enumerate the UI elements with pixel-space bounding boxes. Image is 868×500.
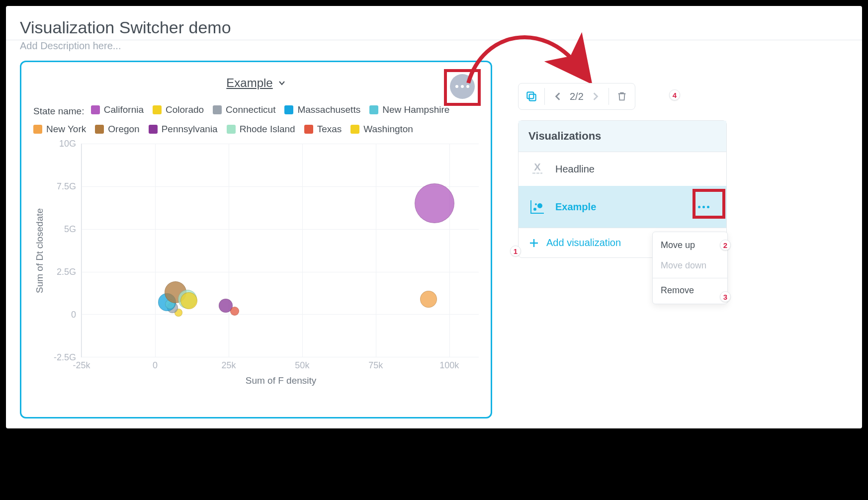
plot-area: -25k025k50k75k100k: [81, 144, 479, 357]
delete-button[interactable]: [614, 88, 630, 104]
more-options-button[interactable]: [450, 74, 475, 99]
svg-rect-0: [527, 92, 533, 98]
legend-item[interactable]: California: [91, 101, 144, 119]
svg-rect-3: [532, 172, 535, 174]
svg-point-6: [533, 208, 536, 211]
bubble-chart-icon: [528, 198, 546, 216]
svg-point-8: [535, 203, 537, 205]
next-button[interactable]: [588, 88, 604, 104]
bubble-point[interactable]: [415, 183, 454, 223]
y-tick: 10G: [59, 139, 76, 149]
chart-title-text: Example: [226, 76, 272, 90]
legend-item[interactable]: Texas: [304, 120, 342, 138]
switcher-toolbar: 2/2: [518, 83, 635, 110]
gridline: [302, 144, 303, 357]
legend-swatch: [91, 105, 100, 114]
callout-3: 3: [720, 291, 731, 302]
gridline: [82, 272, 479, 272]
separator: [544, 88, 545, 105]
y-axis-label: Sum of Dt closedate: [33, 144, 46, 357]
gridline: [82, 314, 479, 315]
svg-rect-4: [536, 172, 539, 174]
legend-swatch: [304, 125, 313, 134]
legend-item[interactable]: Colorado: [153, 101, 204, 119]
x-tick: 100k: [439, 360, 459, 371]
legend-swatch: [350, 125, 359, 134]
chart-title-dropdown[interactable]: Example: [226, 76, 285, 90]
legend-item[interactable]: New York: [33, 120, 86, 138]
menu-move-up[interactable]: Move up: [653, 235, 727, 255]
legend-item[interactable]: Massachusetts: [284, 101, 360, 119]
x-tick: 50k: [295, 360, 309, 371]
prev-button[interactable]: [550, 88, 566, 104]
gridline: [82, 229, 479, 230]
gridline: [449, 144, 450, 357]
description-placeholder[interactable]: Add Description here...: [20, 40, 848, 52]
gridline: [82, 144, 82, 357]
x-tick: 75k: [368, 360, 383, 371]
bubble-point[interactable]: [420, 291, 437, 308]
gridline: [82, 357, 479, 357]
viz-item-example[interactable]: Example: [519, 186, 726, 228]
divider: [6, 40, 862, 40]
bubble-point[interactable]: [230, 307, 239, 316]
legend-item[interactable]: Pennsylvania: [149, 120, 218, 138]
viz-item-label: Headline: [555, 164, 595, 175]
annotation-highlight: [693, 189, 725, 219]
app-frame: Visualization Switcher demo Add Descript…: [6, 6, 862, 428]
legend-swatch: [95, 125, 104, 134]
legend-item[interactable]: Connecticut: [213, 101, 275, 119]
callout-1: 1: [510, 246, 521, 256]
gridline: [82, 186, 479, 187]
callout-2: 2: [720, 240, 731, 250]
legend-item[interactable]: Rhode Island: [227, 120, 295, 138]
chart-header: Example: [33, 76, 479, 90]
callout-4: 4: [669, 89, 680, 100]
y-tick: 2.5G: [57, 267, 76, 277]
gridline: [376, 144, 376, 357]
legend: State name: CaliforniaColoradoConnecticu…: [33, 101, 479, 140]
x-tick: -25k: [73, 360, 90, 371]
legend-swatch: [33, 125, 42, 134]
menu-remove[interactable]: Remove: [653, 280, 727, 301]
y-tick: 0: [71, 310, 76, 320]
headline-icon: X: [528, 160, 546, 178]
bubble-point[interactable]: [180, 292, 197, 309]
page-title: Visualization Switcher demo: [20, 18, 848, 37]
visualizations-panel-header: Visualizations: [519, 121, 726, 152]
svg-point-7: [537, 203, 542, 208]
legend-label: State name:: [33, 106, 84, 116]
legend-item[interactable]: Washington: [350, 120, 413, 138]
svg-text:X: X: [534, 162, 541, 172]
x-tick: 25k: [221, 360, 236, 371]
plus-icon: [528, 238, 539, 249]
separator: [653, 278, 727, 278]
svg-rect-5: [540, 172, 542, 174]
menu-move-down: Move down: [653, 255, 727, 276]
chart-area: Sum of Dt closedate -2.5G02.5G5G7.5G10G …: [33, 144, 479, 357]
viz-item-headline[interactable]: X Headline: [519, 152, 726, 186]
y-tick: 5G: [64, 224, 76, 235]
legend-swatch: [284, 105, 293, 114]
x-tick: 0: [153, 360, 158, 371]
chevron-down-icon: [278, 79, 286, 87]
gridline: [229, 144, 229, 357]
legend-item[interactable]: Oregon: [95, 120, 139, 138]
legend-swatch: [213, 105, 222, 114]
y-tick: 7.5G: [57, 181, 76, 192]
legend-swatch: [369, 105, 378, 114]
add-visualization-label: Add visualization: [546, 237, 621, 249]
y-axis: -2.5G02.5G5G7.5G10G: [46, 144, 81, 357]
viz-item-label: Example: [555, 201, 596, 213]
copy-button[interactable]: [523, 88, 539, 104]
gridline: [155, 144, 156, 357]
legend-swatch: [149, 125, 158, 134]
legend-item[interactable]: New Hampshire: [369, 101, 449, 119]
page-counter: 2/2: [570, 91, 584, 102]
x-axis-label: Sum of F density: [83, 375, 479, 386]
svg-rect-1: [529, 94, 536, 101]
gridline: [82, 144, 479, 144]
separator: [608, 88, 609, 105]
legend-swatch: [227, 125, 236, 134]
legend-swatch: [153, 105, 162, 114]
